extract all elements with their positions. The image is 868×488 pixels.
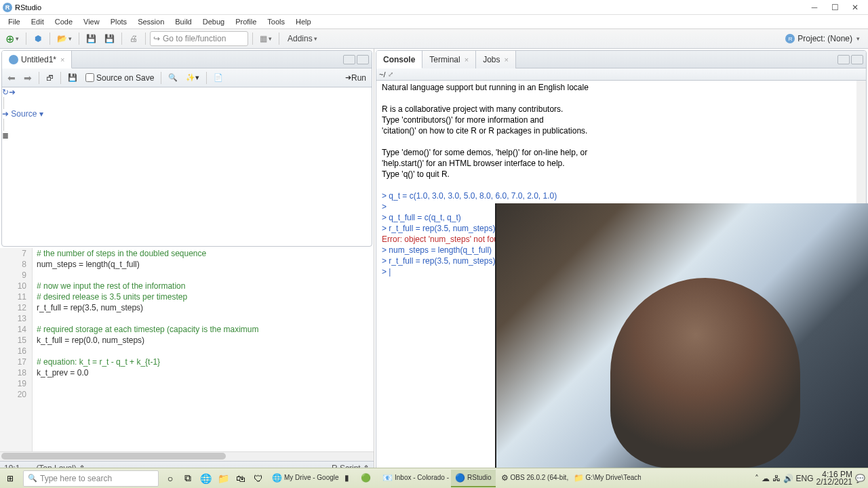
menu-session[interactable]: Session [132, 16, 170, 27]
taskbar-search[interactable]: 🔍 Type here to search [23, 470, 159, 487]
taskbar-app[interactable]: ▮ [340, 470, 355, 487]
source-pane: Untitled1* × ⬅ ➡ 🗗 💾 Source on Save 🔍 ✨▾ [1, 50, 372, 247]
separator [252, 33, 253, 45]
outline-icon[interactable]: ≣ [2, 131, 372, 140]
maximize-pane-icon[interactable] [851, 55, 863, 64]
tab-console[interactable]: Console [376, 51, 422, 68]
source-button[interactable]: ➜ Source ▾ [2, 109, 372, 119]
horizontal-scrollbar[interactable] [0, 451, 374, 461]
separator [79, 33, 79, 45]
compile-report-icon[interactable]: 📄 [211, 71, 226, 85]
maximize-button[interactable]: ☐ [825, 3, 845, 12]
goto-placeholder: Go to file/function [163, 34, 226, 43]
tray-chevron-icon[interactable]: ˄ [755, 474, 759, 483]
save-all-button[interactable]: 💾 [102, 31, 117, 46]
taskbar-app[interactable]: 🟢 [357, 470, 377, 487]
source-tabstrip: Untitled1* × [2, 51, 372, 68]
separator [26, 33, 26, 45]
store-icon[interactable]: 🛍 [232, 470, 250, 487]
explorer-icon[interactable]: 📁 [214, 470, 232, 487]
project-menu[interactable]: R Project: (None) ▾ [785, 34, 865, 43]
start-button[interactable]: ⊞ [0, 468, 20, 489]
addins-menu[interactable]: Addins▾ [283, 34, 321, 43]
open-file-button[interactable]: 📂▾ [54, 31, 75, 46]
separator [121, 33, 122, 45]
forward-icon[interactable]: ➡ [21, 73, 35, 83]
menu-help[interactable]: Help [290, 16, 317, 27]
tray-cloud-icon[interactable]: ☁ [762, 474, 770, 483]
minimize-button[interactable]: ─ [804, 3, 825, 12]
rstudio-icon: R [3, 3, 12, 12]
run-button[interactable]: ➜ Run [342, 71, 369, 85]
tab-label: Untitled1* [21, 55, 56, 64]
taskbar-app[interactable]: ⚙OBS 26.0.2 (64-bit, ... [497, 470, 568, 487]
windows-taskbar: ⊞ 🔍 Type here to search ○ ⧉ 🌐 📁 🛍 🛡 🌐My … [0, 468, 868, 488]
new-project-button[interactable]: ⬢ [31, 31, 45, 46]
minimize-pane-icon[interactable] [837, 55, 850, 64]
save-icon[interactable]: 💾 [65, 71, 80, 85]
project-label: Project: (None) [797, 34, 852, 43]
find-icon[interactable]: 🔍 [165, 71, 180, 85]
titlebar: R RStudio ─ ☐ ✕ [0, 0, 868, 15]
wand-icon[interactable]: ✨▾ [183, 71, 202, 85]
tab-terminal[interactable]: Terminal× [422, 51, 476, 68]
minimize-pane-icon[interactable] [343, 55, 355, 64]
print-button[interactable]: 🖨 [126, 31, 141, 46]
window-title: RStudio [15, 3, 41, 12]
cortana-icon[interactable]: ○ [161, 470, 179, 487]
tray-lang[interactable]: ENG [796, 474, 814, 483]
source-tab[interactable]: Untitled1* × [2, 51, 72, 68]
tab-jobs[interactable]: Jobs× [476, 51, 516, 68]
tray-notifications-icon[interactable]: 💬 [855, 474, 865, 483]
goto-file-input[interactable]: ↪Go to file/function [150, 31, 248, 46]
wd-popup-icon[interactable]: ⤢ [388, 70, 393, 78]
source-toolbar: ⬅ ➡ 🗗 💾 Source on Save 🔍 ✨▾ 📄 ➜ Run [2, 68, 372, 87]
menu-code[interactable]: Code [50, 16, 78, 27]
security-icon[interactable]: 🛡 [250, 470, 267, 487]
taskbar-app[interactable]: 📁G:\My Drive\Teachi... [570, 470, 641, 487]
close-tab-icon[interactable]: × [60, 56, 64, 64]
rscript-icon [9, 55, 18, 64]
source-on-save-checkbox[interactable]: Source on Save [83, 71, 157, 85]
menu-profile[interactable]: Profile [230, 16, 262, 27]
console-tabstrip: Console Terminal× Jobs× [376, 51, 866, 68]
working-dir[interactable]: ~/ [379, 70, 385, 79]
menu-view[interactable]: View [78, 16, 105, 27]
separator [279, 33, 279, 45]
menu-edit[interactable]: Edit [26, 16, 50, 27]
project-icon: R [785, 34, 795, 43]
menu-debug[interactable]: Debug [197, 16, 230, 27]
task-view-icon[interactable]: ⧉ [179, 470, 197, 487]
system-tray[interactable]: ˄ ☁ 🖧 🔊 ENG 4:16 PM 2/12/2021 💬 [755, 471, 868, 486]
source-editor[interactable]: 7891011121314151617181920# the number of… [0, 248, 374, 451]
separator [145, 33, 146, 45]
menu-plots[interactable]: Plots [105, 16, 132, 27]
taskbar-app[interactable]: 🔵RStudio [451, 470, 496, 487]
main-toolbar: ⊕▾ ⬢ 📂▾ 💾 💾 🖨 ↪Go to file/function ▦▾ Ad… [0, 28, 868, 49]
menu-tools[interactable]: Tools [262, 16, 290, 27]
show-in-new-window-icon[interactable]: 🗗 [43, 71, 56, 85]
save-button[interactable]: 💾 [83, 31, 99, 46]
menu-file[interactable]: File [3, 16, 26, 27]
console-info: ~/ ⤢ [376, 68, 866, 81]
menu-build[interactable]: Build [170, 16, 197, 27]
rerun-button[interactable]: ↻➜ [2, 87, 372, 97]
webcam-overlay [495, 203, 868, 468]
taskbar-app[interactable]: 🌐My Drive - Google ... [268, 470, 339, 487]
grid-button[interactable]: ▦▾ [257, 31, 275, 46]
tray-volume-icon[interactable]: 🔊 [783, 474, 793, 483]
taskbar-app[interactable]: 📧Inbox - Colorado - ... [378, 470, 450, 487]
tray-date: 2/12/2021 [816, 479, 852, 486]
back-icon[interactable]: ⬅ [5, 73, 18, 83]
close-button[interactable]: ✕ [845, 3, 865, 12]
tray-network-icon[interactable]: 🖧 [772, 474, 781, 483]
maximize-pane-icon[interactable] [357, 55, 369, 64]
new-file-button[interactable]: ⊕▾ [3, 31, 22, 46]
menubar: File Edit Code View Plots Session Build … [0, 15, 868, 28]
separator [50, 33, 50, 45]
edge-icon[interactable]: 🌐 [197, 470, 214, 487]
